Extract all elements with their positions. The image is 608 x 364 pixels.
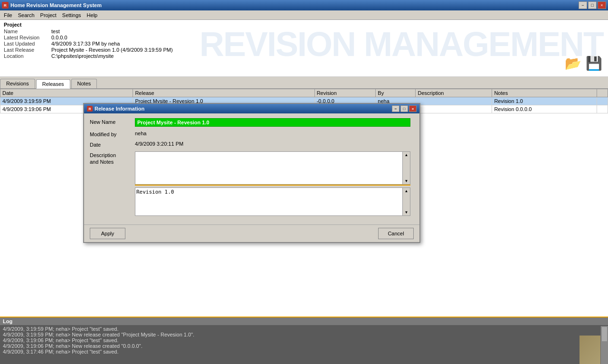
desc-sub-label: and Notes (90, 158, 135, 165)
desc-label: Description (90, 151, 135, 158)
dialog-content: New Name Modified by neha Date 4/9/2009 … (84, 113, 419, 224)
content-area: Date Release Revision By Description Not… (0, 89, 608, 317)
description-textarea-container: ▲ ▼ (135, 151, 410, 185)
project-section-label: Project (4, 22, 604, 28)
location-value: C:\phpsites\projects\mysite (51, 53, 114, 59)
release-info-dialog: R Release Information − □ × New Name Mod… (83, 103, 420, 243)
log-entry: 4/9/2009, 3:19:59 PM; neha> Project "tes… (3, 326, 605, 332)
log-entry: 4/9/2009, 3:19:59 PM; neha> New release … (3, 332, 605, 337)
location-label: Location (4, 53, 51, 59)
main-layout: REVISION MANAGEMENT Project Name test La… (0, 20, 608, 364)
col-notes: Notes (492, 89, 597, 97)
title-bar-left: R Home Revision Management System (2, 2, 102, 9)
dialog-restore-button[interactable]: □ (400, 105, 408, 112)
tab-releases[interactable]: Releases (36, 79, 70, 89)
minimize-button[interactable]: − (579, 1, 587, 9)
last-updated-value: 4/9/2009 3:17:33 PM by neha (51, 41, 120, 47)
name-label: Name (4, 28, 51, 34)
latest-revision-label: Latest Revision (4, 35, 51, 40)
date-value: 4/9/2009 3:20:11 PM (135, 141, 183, 147)
last-updated-label: Last Updated (4, 41, 51, 47)
modified-by-label: Modified by (90, 131, 135, 137)
desc-scrollbar[interactable]: ▲ ▼ (402, 152, 410, 184)
app-title: Home Revision Management System (10, 2, 102, 8)
log-entry: 4/9/2009, 3:17:46 PM; neha> Project "tes… (3, 349, 605, 355)
notes-textarea[interactable] (135, 188, 402, 215)
tab-revisions[interactable]: Revisions (0, 79, 35, 88)
log-scrollbar[interactable] (600, 326, 608, 364)
title-bar-buttons[interactable]: − □ × (579, 1, 606, 9)
last-release-label: Last Release (4, 47, 51, 53)
project-name-row: Name test (4, 28, 604, 34)
folder-icon[interactable]: 📂 (563, 54, 582, 73)
title-bar: R Home Revision Management System − □ × (0, 0, 608, 10)
dialog-icon: R (87, 106, 93, 112)
col-revision: Revision (314, 89, 376, 97)
scroll-up-arrow[interactable]: ▲ (405, 153, 408, 157)
menu-help[interactable]: Help (84, 11, 101, 19)
location-row: Location C:\phpsites\projects\mysite (4, 53, 604, 59)
log-header: Log (0, 317, 608, 325)
col-date: Date (0, 89, 133, 97)
menu-project[interactable]: Project (38, 11, 59, 19)
notes-scrollbar[interactable]: ▲ ▼ (402, 188, 410, 215)
col-extra (597, 89, 608, 97)
close-button[interactable]: × (598, 1, 606, 9)
log-content: 4/9/2009, 3:19:59 PM; neha> Project "tes… (0, 325, 608, 355)
col-release: Release (133, 89, 314, 97)
dialog-minimize-button[interactable]: − (392, 105, 399, 112)
restore-button[interactable]: □ (588, 1, 597, 9)
log-area: Log 4/9/2009, 3:19:59 PM; neha> Project … (0, 317, 608, 364)
apply-button[interactable]: Apply (90, 228, 125, 239)
save-icon[interactable]: 💾 (584, 54, 603, 73)
menu-settings[interactable]: Settings (59, 11, 84, 19)
dialog-title-text: Release Information (95, 106, 144, 112)
dialog-title-bar: R Release Information − □ × (84, 104, 419, 113)
new-name-input[interactable] (135, 118, 410, 127)
col-by: By (376, 89, 416, 97)
last-release-value: Project Mysite - Revesion 1.0 (4/9/2009 … (51, 47, 173, 53)
modified-by-value: neha (135, 131, 146, 136)
date-field-row: Date 4/9/2009 3:20:11 PM (90, 141, 414, 148)
modified-by-field-row: Modified by neha (90, 131, 414, 137)
latest-revision-row: Latest Revision 0.0.0.0 (4, 35, 604, 40)
menu-bar: File Search Project Settings Help (0, 10, 608, 20)
dialog-title-left: R Release Information (87, 106, 144, 112)
notes-scroll-down-arrow[interactable]: ▼ (405, 210, 408, 215)
date-label: Date (90, 141, 135, 148)
last-release-row: Last Release Project Mysite - Revesion 1… (4, 47, 604, 53)
tabs[interactable]: Revisions Releases Notes (0, 77, 608, 89)
description-textarea[interactable] (135, 152, 402, 184)
last-updated-row: Last Updated 4/9/2009 3:17:33 PM by neha (4, 41, 604, 47)
name-value: test (51, 28, 60, 34)
notes-scroll-up-arrow[interactable]: ▲ (405, 189, 408, 193)
col-description: Description (416, 89, 492, 97)
dialog-close-button[interactable]: × (409, 105, 417, 112)
dialog-footer: Apply Cancel (84, 224, 419, 242)
log-scroll-thumb[interactable] (602, 327, 607, 341)
latest-revision-value: 0.0.0.0 (51, 35, 67, 40)
dialog-title-buttons[interactable]: − □ × (392, 105, 417, 112)
desc-field-row: Description and Notes ▲ ▼ (90, 151, 414, 216)
new-name-label: New Name (90, 118, 135, 125)
new-name-field-row: New Name (90, 118, 414, 127)
menu-file[interactable]: File (1, 11, 15, 19)
log-entry: 4/9/2009, 3:19:06 PM; neha> New release … (3, 343, 605, 349)
project-info: REVISION MANAGEMENT Project Name test La… (0, 20, 608, 77)
notes-textarea-container: ▲ ▼ (135, 187, 410, 216)
cancel-button[interactable]: Cancel (378, 228, 414, 239)
menu-search[interactable]: Search (15, 11, 38, 19)
tab-notes[interactable]: Notes (71, 79, 97, 88)
scroll-down-arrow[interactable]: ▼ (405, 179, 408, 183)
app-icon: R (2, 2, 9, 9)
action-icons[interactable]: 📂 💾 (563, 54, 603, 73)
log-entry: 4/9/2009, 3:19:06 PM; neha> Project "tes… (3, 337, 605, 343)
table-header-row: Date Release Revision By Description Not… (0, 89, 608, 97)
